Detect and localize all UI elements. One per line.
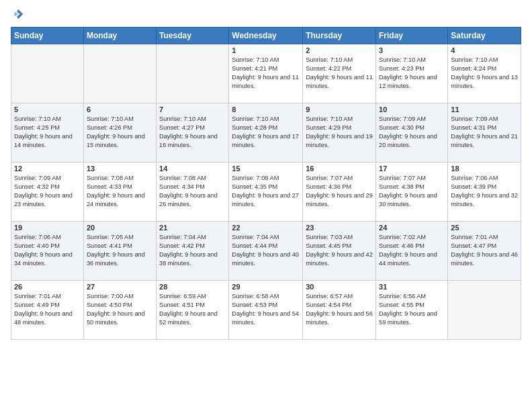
calendar-day-cell: 13Sunrise: 7:08 AMSunset: 4:33 PMDayligh… (83, 163, 156, 222)
day-info: Sunrise: 7:06 AMSunset: 4:39 PMDaylight:… (451, 174, 518, 209)
calendar-day-cell: 5Sunrise: 7:10 AMSunset: 4:25 PMDaylight… (11, 103, 84, 163)
calendar-table: Sunday Monday Tuesday Wednesday Thursday… (11, 27, 521, 340)
page: Sunday Monday Tuesday Wednesday Thursday… (0, 0, 532, 411)
day-number: 26 (14, 283, 81, 291)
svg-marker-1 (15, 11, 18, 16)
day-info: Sunrise: 7:10 AMSunset: 4:27 PMDaylight:… (159, 115, 226, 150)
day-info: Sunrise: 7:01 AMSunset: 4:49 PMDaylight:… (14, 292, 81, 327)
calendar-day-cell: 18Sunrise: 7:06 AMSunset: 4:39 PMDayligh… (448, 163, 521, 222)
day-number: 15 (232, 165, 300, 173)
col-sunday: Sunday (11, 28, 84, 44)
day-info: Sunrise: 7:09 AMSunset: 4:32 PMDaylight:… (14, 174, 81, 209)
calendar-day-cell: 26Sunrise: 7:01 AMSunset: 4:49 PMDayligh… (11, 281, 84, 340)
day-number: 22 (232, 224, 300, 232)
calendar-day-cell: 9Sunrise: 7:10 AMSunset: 4:29 PMDaylight… (303, 103, 376, 163)
day-info: Sunrise: 7:07 AMSunset: 4:36 PMDaylight:… (306, 174, 373, 209)
calendar-day-cell: 25Sunrise: 7:01 AMSunset: 4:47 PMDayligh… (448, 222, 521, 281)
calendar-week-row: 1Sunrise: 7:10 AMSunset: 4:21 PMDaylight… (11, 44, 521, 103)
calendar-day-cell: 7Sunrise: 7:10 AMSunset: 4:27 PMDaylight… (157, 103, 229, 163)
calendar-day-cell: 21Sunrise: 7:04 AMSunset: 4:42 PMDayligh… (157, 222, 229, 281)
calendar-day-cell: 2Sunrise: 7:10 AMSunset: 4:22 PMDaylight… (303, 44, 376, 103)
day-info: Sunrise: 7:10 AMSunset: 4:22 PMDaylight:… (306, 56, 373, 91)
calendar-day-cell: 6Sunrise: 7:10 AMSunset: 4:26 PMDaylight… (83, 103, 156, 163)
calendar-day-cell: 28Sunrise: 6:59 AMSunset: 4:51 PMDayligh… (157, 281, 229, 340)
calendar-day-cell: 11Sunrise: 7:09 AMSunset: 4:31 PMDayligh… (448, 103, 521, 163)
day-number: 25 (451, 224, 518, 232)
day-number: 16 (306, 165, 373, 173)
day-info: Sunrise: 7:10 AMSunset: 4:28 PMDaylight:… (232, 115, 300, 150)
day-number: 10 (379, 105, 445, 113)
logo (11, 8, 24, 21)
day-info: Sunrise: 7:05 AMSunset: 4:41 PMDaylight:… (87, 233, 153, 268)
day-info: Sunrise: 7:09 AMSunset: 4:31 PMDaylight:… (451, 115, 518, 150)
day-number: 21 (159, 224, 226, 232)
day-number: 2 (306, 46, 373, 54)
day-info: Sunrise: 7:08 AMSunset: 4:35 PMDaylight:… (232, 174, 300, 209)
day-number: 8 (232, 105, 300, 113)
calendar-week-row: 12Sunrise: 7:09 AMSunset: 4:32 PMDayligh… (11, 163, 521, 222)
calendar-week-row: 26Sunrise: 7:01 AMSunset: 4:49 PMDayligh… (11, 281, 521, 340)
day-number: 29 (232, 283, 300, 291)
day-number: 30 (306, 283, 373, 291)
calendar-day-cell: 15Sunrise: 7:08 AMSunset: 4:35 PMDayligh… (229, 163, 303, 222)
day-info: Sunrise: 7:08 AMSunset: 4:34 PMDaylight:… (159, 174, 226, 209)
day-number: 5 (14, 105, 81, 113)
calendar-day-cell: 3Sunrise: 7:10 AMSunset: 4:23 PMDaylight… (376, 44, 448, 103)
calendar-week-row: 19Sunrise: 7:06 AMSunset: 4:40 PMDayligh… (11, 222, 521, 281)
day-number: 20 (87, 224, 153, 232)
day-number: 7 (159, 105, 226, 113)
day-number: 27 (87, 283, 153, 291)
day-number: 6 (87, 105, 153, 113)
day-info: Sunrise: 7:10 AMSunset: 4:25 PMDaylight:… (14, 115, 81, 150)
day-number: 23 (306, 224, 373, 232)
calendar-day-cell: 16Sunrise: 7:07 AMSunset: 4:36 PMDayligh… (303, 163, 376, 222)
col-friday: Friday (376, 28, 448, 44)
day-info: Sunrise: 7:04 AMSunset: 4:44 PMDaylight:… (232, 233, 300, 268)
day-number: 3 (379, 46, 445, 54)
calendar-day-cell (157, 44, 229, 103)
calendar-day-cell: 27Sunrise: 7:00 AMSunset: 4:50 PMDayligh… (83, 281, 156, 340)
calendar-day-cell (448, 281, 521, 340)
calendar-day-cell: 24Sunrise: 7:02 AMSunset: 4:46 PMDayligh… (376, 222, 448, 281)
calendar-day-cell: 19Sunrise: 7:06 AMSunset: 4:40 PMDayligh… (11, 222, 84, 281)
day-number: 13 (87, 165, 153, 173)
day-info: Sunrise: 6:59 AMSunset: 4:51 PMDaylight:… (159, 292, 226, 327)
col-wednesday: Wednesday (229, 28, 303, 44)
calendar-day-cell: 12Sunrise: 7:09 AMSunset: 4:32 PMDayligh… (11, 163, 84, 222)
calendar-day-cell: 10Sunrise: 7:09 AMSunset: 4:30 PMDayligh… (376, 103, 448, 163)
day-info: Sunrise: 7:10 AMSunset: 4:26 PMDaylight:… (87, 115, 153, 150)
day-number: 28 (159, 283, 226, 291)
calendar-day-cell: 29Sunrise: 6:58 AMSunset: 4:53 PMDayligh… (229, 281, 303, 340)
day-info: Sunrise: 7:10 AMSunset: 4:24 PMDaylight:… (451, 56, 518, 91)
day-number: 11 (451, 105, 518, 113)
day-info: Sunrise: 7:09 AMSunset: 4:30 PMDaylight:… (379, 115, 445, 150)
day-number: 19 (14, 224, 81, 232)
day-info: Sunrise: 7:03 AMSunset: 4:45 PMDaylight:… (306, 233, 373, 268)
day-info: Sunrise: 7:10 AMSunset: 4:21 PMDaylight:… (232, 56, 300, 91)
day-info: Sunrise: 6:57 AMSunset: 4:54 PMDaylight:… (306, 292, 373, 327)
day-info: Sunrise: 6:56 AMSunset: 4:55 PMDaylight:… (379, 292, 445, 327)
col-thursday: Thursday (303, 28, 376, 44)
day-info: Sunrise: 7:02 AMSunset: 4:46 PMDaylight:… (379, 233, 445, 268)
calendar-day-cell: 23Sunrise: 7:03 AMSunset: 4:45 PMDayligh… (303, 222, 376, 281)
header (11, 8, 521, 21)
day-number: 1 (232, 46, 300, 54)
logo-icon (12, 8, 24, 20)
col-tuesday: Tuesday (157, 28, 229, 44)
day-info: Sunrise: 7:08 AMSunset: 4:33 PMDaylight:… (87, 174, 153, 209)
calendar-day-cell: 20Sunrise: 7:05 AMSunset: 4:41 PMDayligh… (83, 222, 156, 281)
col-saturday: Saturday (448, 28, 521, 44)
day-number: 18 (451, 165, 518, 173)
day-info: Sunrise: 7:01 AMSunset: 4:47 PMDaylight:… (451, 233, 518, 268)
day-number: 14 (159, 165, 226, 173)
day-number: 12 (14, 165, 81, 173)
calendar-day-cell: 22Sunrise: 7:04 AMSunset: 4:44 PMDayligh… (229, 222, 303, 281)
calendar-header-row: Sunday Monday Tuesday Wednesday Thursday… (11, 28, 521, 44)
day-number: 17 (379, 165, 445, 173)
calendar-day-cell: 14Sunrise: 7:08 AMSunset: 4:34 PMDayligh… (157, 163, 229, 222)
calendar-day-cell: 8Sunrise: 7:10 AMSunset: 4:28 PMDaylight… (229, 103, 303, 163)
col-monday: Monday (83, 28, 156, 44)
day-info: Sunrise: 7:06 AMSunset: 4:40 PMDaylight:… (14, 233, 81, 268)
calendar-day-cell: 31Sunrise: 6:56 AMSunset: 4:55 PMDayligh… (376, 281, 448, 340)
day-info: Sunrise: 7:04 AMSunset: 4:42 PMDaylight:… (159, 233, 226, 268)
